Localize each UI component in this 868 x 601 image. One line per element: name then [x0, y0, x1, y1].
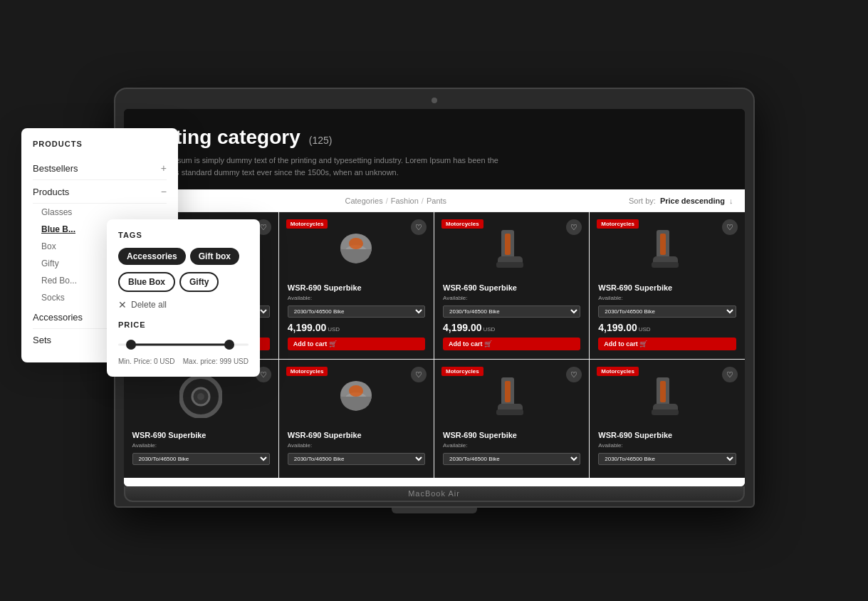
product-price: 4,199.00 USD [598, 322, 736, 333]
product-price: 4,199.00 USD [288, 322, 425, 333]
svg-rect-24 [496, 409, 523, 415]
product-variant-select[interactable]: 2030/To/46500 Bike [598, 305, 736, 318]
product-available: Available: [288, 295, 425, 301]
tags-outlined-row: Blue Box Gifty [118, 272, 249, 292]
laptop-base: MacBook Air [124, 486, 745, 502]
breadcrumb-pants[interactable]: Pants [427, 197, 446, 205]
product-variant-select[interactable]: 2030/To/46500 Bike [288, 453, 425, 465]
price-range-labels: Min. Price: 0 USD Max. price: 999 USD [118, 357, 249, 365]
product-available: Available: [443, 442, 580, 449]
price-thumb-max[interactable] [224, 340, 234, 350]
tag-giftbox[interactable]: Gift box [190, 248, 239, 265]
sort-arrow-icon[interactable]: ↓ [729, 197, 733, 205]
add-to-cart-button[interactable]: Add to cart 🛒 [598, 338, 736, 350]
price-value: 4,199.00 [598, 322, 637, 333]
svg-rect-14 [660, 234, 666, 255]
product-available: Available: [598, 442, 736, 449]
sidebar-sub-bluebox-label: Blue B... [41, 224, 75, 234]
product-image [288, 221, 425, 278]
tags-title: TAGS [118, 231, 249, 239]
product-name: WSR-690 Superbike [598, 431, 736, 439]
product-image [443, 221, 580, 278]
product-price: 4,199.00 USD [443, 322, 580, 333]
sidebar-sub-box-label: Box [41, 241, 56, 251]
add-to-cart-button[interactable]: Add to cart 🛒 [443, 338, 580, 350]
product-card[interactable]: Motorcycles ♡ [590, 212, 744, 359]
product-card[interactable]: Motorcycles ♡ WSR-690 Superbike [124, 360, 278, 478]
product-variant-select[interactable]: 2030/To/46500 Bike [443, 305, 580, 318]
wishlist-button[interactable]: ♡ [722, 367, 738, 382]
product-image [132, 368, 270, 425]
delete-all-button[interactable]: ✕ Delete all [118, 299, 249, 310]
product-name: WSR-690 Superbike [443, 283, 580, 292]
sidebar-item-plus-icon: + [161, 162, 167, 174]
tag-gifty[interactable]: Gifty [179, 272, 219, 292]
breadcrumb-fashion[interactable]: Fashion [391, 197, 419, 205]
add-to-cart-button[interactable]: Add to cart 🛒 [288, 338, 425, 350]
product-badge: Motorcycles [441, 219, 483, 229]
product-image [598, 368, 736, 425]
product-variant-select[interactable]: 2030/To/46500 Bike [598, 453, 736, 465]
product-available: Available: [443, 295, 580, 301]
product-variant-select[interactable]: 2030/To/46500 Bike [443, 453, 580, 465]
wishlist-button[interactable]: ♡ [411, 219, 427, 235]
sidebar-item-bestsellers-label: Bestsellers [33, 163, 78, 174]
product-name: WSR-690 Superbike [288, 431, 425, 439]
price-min-label: Min. Price: 0 USD [118, 357, 174, 365]
product-card[interactable]: Motorcycles ♡ [279, 212, 434, 359]
product-card[interactable]: Motorcycles ♡ [590, 360, 744, 478]
sidebar-item-products[interactable]: Products − [33, 180, 167, 204]
breadcrumb-sep-1: / [386, 197, 388, 205]
wishlist-button[interactable]: ♡ [411, 367, 427, 382]
delete-all-label: Delete all [131, 300, 167, 310]
svg-rect-28 [652, 409, 679, 415]
breadcrumb: Categories / Fashion / Pants [169, 197, 623, 205]
product-card[interactable]: Motorcycles ♡ [434, 212, 589, 359]
tags-filled-row: Accessories Gift box [118, 248, 249, 265]
product-variant-select[interactable]: 2030/To/46500 Bike [288, 305, 425, 318]
breadcrumb-categories[interactable]: Categories [345, 197, 382, 205]
svg-rect-10 [505, 234, 511, 255]
tag-accessories[interactable]: Accessories [118, 248, 186, 265]
svg-rect-13 [652, 262, 679, 268]
price-currency: USD [328, 326, 340, 333]
sidebar-sub-item-glasses[interactable]: Glasses [41, 204, 167, 221]
wishlist-button[interactable]: ♡ [722, 219, 738, 235]
sidebar-item-products-label: Products [33, 187, 69, 197]
product-variant-select[interactable]: 2030/To/46500 Bike [132, 453, 270, 465]
svg-point-17 [197, 393, 204, 400]
product-badge: Motorcycles [286, 367, 328, 376]
product-image [288, 368, 425, 425]
screen-header: Listing category (125) Lorem Ipsum is si… [124, 109, 745, 189]
price-thumb-min[interactable] [126, 340, 136, 350]
product-available: Available: [598, 295, 736, 301]
laptop-stand [392, 508, 477, 513]
sidebar-item-bestsellers[interactable]: Bestsellers + [33, 157, 167, 180]
listing-description: Lorem Ipsum is simply dummy text of the … [147, 155, 503, 178]
products-toolbar: Filters Categories / Fashion / Pants Sor… [124, 189, 745, 212]
svg-point-6 [349, 238, 363, 249]
product-name: WSR-690 Superbike [132, 431, 270, 439]
svg-rect-29 [660, 381, 666, 402]
title-row: Listing category (125) [147, 126, 722, 149]
price-currency: USD [639, 326, 651, 333]
product-card[interactable]: Motorcycles ♡ [434, 360, 589, 478]
sidebar-sub-glasses-label: Glasses [41, 207, 72, 217]
sort-label: Sort by: [629, 197, 656, 205]
product-badge: Motorcycles [286, 219, 328, 229]
product-available: Available: [288, 442, 425, 449]
product-badge: Motorcycles [441, 367, 483, 376]
price-slider[interactable] [118, 338, 249, 352]
product-card[interactable]: Motorcycles ♡ [279, 360, 434, 478]
product-name: WSR-690 Superbike [598, 283, 736, 292]
tag-bluebox[interactable]: Blue Box [118, 272, 175, 292]
sidebar-item-minus-icon: − [161, 186, 167, 197]
price-max-label: Max. price: 999 USD [183, 357, 249, 365]
product-badge: Motorcycles [597, 367, 639, 376]
svg-point-21 [349, 385, 363, 397]
price-currency: USD [483, 326, 496, 333]
sort-value[interactable]: Price descending [660, 197, 725, 205]
sort-area: Sort by: Price descending ↓ [629, 197, 733, 205]
laptop-camera [432, 98, 437, 103]
price-slider-fill [131, 344, 229, 346]
